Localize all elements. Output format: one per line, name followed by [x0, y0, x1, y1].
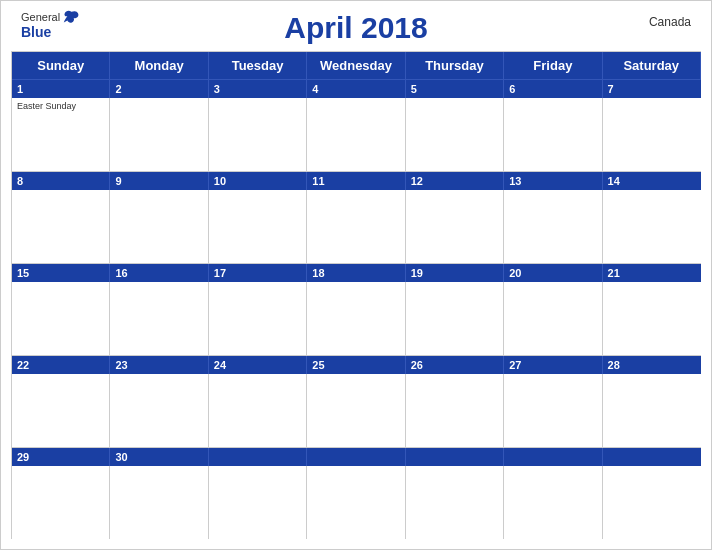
header-sunday: Sunday: [12, 52, 110, 80]
week-2-day-content-5: [504, 190, 602, 263]
week-5-day-content-6: [603, 466, 701, 539]
week-4-day-content-0: [12, 374, 110, 447]
calendar-title: April 2018: [284, 11, 427, 45]
week-1: 1234567Easter Sunday: [12, 80, 701, 172]
week-3-day-num-3: 18: [307, 264, 405, 282]
week-5-day-num-2: [209, 448, 307, 466]
week-5-day-content-2: [209, 466, 307, 539]
week-2-day-content-0: [12, 190, 110, 263]
header-monday: Monday: [110, 52, 208, 80]
week-4-day-num-0: 22: [12, 356, 110, 374]
week-3-day-content-3: [307, 282, 405, 355]
week-3-day-num-0: 15: [12, 264, 110, 282]
week-4-day-num-4: 26: [406, 356, 504, 374]
week-4: 22232425262728: [12, 356, 701, 448]
header-wednesday: Wednesday: [307, 52, 405, 80]
week-3-day-content-6: [603, 282, 701, 355]
week-2-day-content-2: [209, 190, 307, 263]
week-4-day-content-1: [110, 374, 208, 447]
week-1-day-content-6: [603, 98, 701, 171]
week-5-day-num-1: 30: [110, 448, 208, 466]
week-4-day-num-5: 27: [504, 356, 602, 374]
week-1-day-content-1: [110, 98, 208, 171]
week-1-day-num-0: 1: [12, 80, 110, 98]
week-5-day-num-3: [307, 448, 405, 466]
week-3-day-num-1: 16: [110, 264, 208, 282]
week-5-day-num-4: [406, 448, 504, 466]
week-3-day-content-2: [209, 282, 307, 355]
week-3-day-num-5: 20: [504, 264, 602, 282]
week-4-day-content-6: [603, 374, 701, 447]
week-3-day-num-4: 19: [406, 264, 504, 282]
calendar-container: General Blue April 2018 Canada Sunday Mo…: [0, 0, 712, 550]
week-2-day-num-5: 13: [504, 172, 602, 190]
week-2-day-content-3: [307, 190, 405, 263]
header-tuesday: Tuesday: [209, 52, 307, 80]
week-5-day-num-0: 29: [12, 448, 110, 466]
week-1-day-content-5: [504, 98, 602, 171]
header-thursday: Thursday: [406, 52, 504, 80]
week-1-day-num-1: 2: [110, 80, 208, 98]
week-1-day-num-5: 6: [504, 80, 602, 98]
week-5-day-num-6: [603, 448, 701, 466]
country-label: Canada: [649, 15, 691, 29]
day-headers-row: Sunday Monday Tuesday Wednesday Thursday…: [12, 52, 701, 80]
week-1-day-content-4: [406, 98, 504, 171]
week-4-day-num-1: 23: [110, 356, 208, 374]
event-label-week1-day0: Easter Sunday: [17, 101, 104, 111]
week-2-day-num-0: 8: [12, 172, 110, 190]
week-4-day-content-3: [307, 374, 405, 447]
week-1-day-num-4: 5: [406, 80, 504, 98]
week-2-day-content-6: [603, 190, 701, 263]
logo: General Blue: [21, 9, 80, 40]
week-3-day-num-2: 17: [209, 264, 307, 282]
week-4-day-num-2: 24: [209, 356, 307, 374]
week-5-day-content-1: [110, 466, 208, 539]
week-2-day-num-6: 14: [603, 172, 701, 190]
week-1-day-num-3: 4: [307, 80, 405, 98]
header-saturday: Saturday: [603, 52, 701, 80]
header-friday: Friday: [504, 52, 602, 80]
week-5-day-content-4: [406, 466, 504, 539]
week-1-day-content-2: [209, 98, 307, 171]
week-5-day-content-3: [307, 466, 405, 539]
week-3-day-content-4: [406, 282, 504, 355]
week-5-day-content-0: [12, 466, 110, 539]
calendar-grid: Sunday Monday Tuesday Wednesday Thursday…: [11, 51, 701, 539]
week-2-day-num-4: 12: [406, 172, 504, 190]
week-4-day-num-3: 25: [307, 356, 405, 374]
week-3-day-num-6: 21: [603, 264, 701, 282]
week-1-day-content-3: [307, 98, 405, 171]
week-2: 891011121314: [12, 172, 701, 264]
week-3-day-content-1: [110, 282, 208, 355]
week-1-day-content-0: Easter Sunday: [12, 98, 110, 171]
week-5: 2930: [12, 448, 701, 539]
logo-blue-text: Blue: [21, 25, 51, 40]
week-5-day-content-5: [504, 466, 602, 539]
week-2-day-num-2: 10: [209, 172, 307, 190]
week-4-day-content-5: [504, 374, 602, 447]
calendar-header: General Blue April 2018 Canada: [1, 1, 711, 51]
week-4-day-num-6: 28: [603, 356, 701, 374]
week-2-day-num-3: 11: [307, 172, 405, 190]
week-1-day-num-2: 3: [209, 80, 307, 98]
week-4-day-content-4: [406, 374, 504, 447]
week-3: 15161718192021: [12, 264, 701, 356]
week-4-day-content-2: [209, 374, 307, 447]
week-2-day-content-4: [406, 190, 504, 263]
weeks-container: 1234567Easter Sunday89101112131415161718…: [12, 80, 701, 539]
week-1-day-num-6: 7: [603, 80, 701, 98]
logo-bird-icon: [62, 9, 80, 25]
week-2-day-content-1: [110, 190, 208, 263]
week-3-day-content-5: [504, 282, 602, 355]
logo-general-text: General: [21, 11, 60, 23]
week-3-day-content-0: [12, 282, 110, 355]
week-2-day-num-1: 9: [110, 172, 208, 190]
week-5-day-num-5: [504, 448, 602, 466]
